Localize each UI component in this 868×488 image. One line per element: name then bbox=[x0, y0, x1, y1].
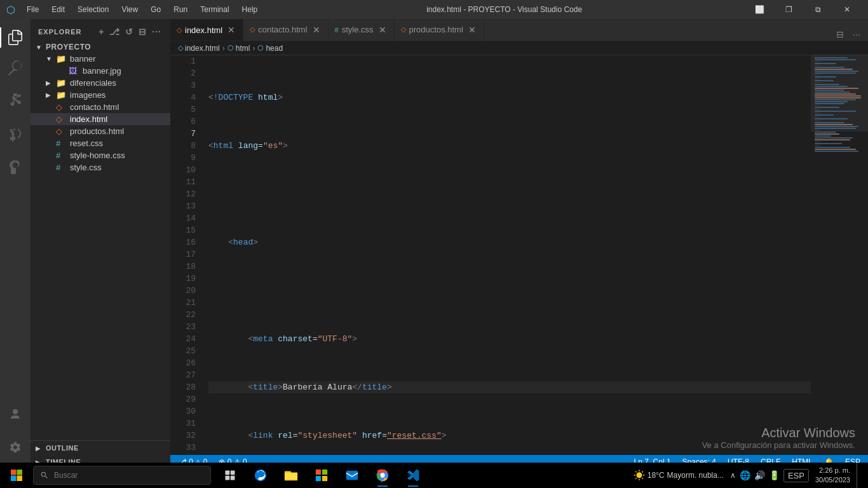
split-editor-icon[interactable]: ⊟ bbox=[834, 28, 846, 41]
breadcrumb-sep-2: › bbox=[252, 44, 255, 53]
css-style-home-icon: # bbox=[56, 151, 67, 160]
tree-file-style-css[interactable]: # style.css bbox=[31, 161, 170, 173]
tree-folder-imagenes[interactable]: ▶ 📁 imagenes bbox=[31, 89, 170, 101]
activity-bar-bottom bbox=[0, 399, 31, 463]
code-line-2: <html lang="es"> bbox=[208, 140, 811, 152]
editor-area: ◇ index.html ✕ ◇ contacto.html ✕ # style… bbox=[170, 19, 868, 469]
minimize-button[interactable]: ⬜ bbox=[745, 0, 774, 19]
tab-style-icon: # bbox=[335, 26, 339, 34]
volume-icon[interactable]: 🔊 bbox=[754, 470, 765, 480]
tree-folder-banner[interactable]: ▼ 📁 banner bbox=[31, 53, 170, 65]
menu-bar: File Edit Selection View Go Run Terminal… bbox=[20, 3, 264, 17]
run-debug-activity-icon[interactable] bbox=[0, 119, 31, 149]
new-file-icon[interactable]: + bbox=[97, 25, 105, 38]
network-icon[interactable]: 🌐 bbox=[740, 470, 750, 480]
breadcrumb-html-label: html bbox=[236, 44, 250, 53]
svg-rect-13 bbox=[346, 471, 358, 480]
tree-file-banner-jpg[interactable]: 🖼 banner.jpg bbox=[31, 65, 170, 77]
menu-terminal[interactable]: Terminal bbox=[194, 3, 235, 17]
new-folder-icon[interactable]: ⎇ bbox=[108, 25, 121, 38]
collapse-icon[interactable]: ⊟ bbox=[137, 25, 148, 38]
svg-rect-4 bbox=[226, 471, 230, 475]
menu-file[interactable]: File bbox=[20, 3, 45, 17]
more-actions-icon[interactable]: ··· bbox=[151, 25, 163, 38]
edge-app[interactable] bbox=[247, 463, 275, 488]
settings-activity-icon[interactable] bbox=[0, 432, 31, 463]
line-32-num: 32 bbox=[170, 430, 196, 442]
accounts-activity-icon[interactable] bbox=[0, 399, 31, 430]
line-15-num: 15 bbox=[170, 224, 196, 236]
tab-contacto-label: contacto.html bbox=[258, 25, 307, 34]
explorer-activity-icon[interactable] bbox=[0, 22, 31, 53]
tree-proyecto-root[interactable]: ▼ PROYECTO bbox=[31, 41, 170, 53]
menu-help[interactable]: Help bbox=[236, 3, 264, 17]
battery-icon[interactable]: 🔋 bbox=[769, 470, 780, 480]
svg-rect-1 bbox=[17, 470, 23, 475]
tabs-bar: ◇ index.html ✕ ◇ contacto.html ✕ # style… bbox=[170, 19, 868, 41]
tree-file-reset-css[interactable]: # reset.css bbox=[31, 137, 170, 149]
svg-rect-2 bbox=[11, 476, 17, 482]
task-view-button[interactable] bbox=[216, 463, 244, 488]
show-desktop-button[interactable] bbox=[857, 463, 860, 488]
taskbar-search[interactable] bbox=[33, 466, 211, 485]
vscode-logo-icon: ⬡ bbox=[6, 4, 15, 16]
file-explorer-app[interactable] bbox=[277, 463, 305, 488]
source-control-activity-icon[interactable] bbox=[0, 86, 31, 116]
menu-view[interactable]: View bbox=[115, 3, 144, 17]
tab-productos-close[interactable]: ✕ bbox=[467, 25, 477, 35]
tab-index[interactable]: ◇ index.html ✕ bbox=[170, 19, 243, 41]
line-30-num: 30 bbox=[170, 405, 196, 417]
breadcrumb-file[interactable]: ◇ index.html bbox=[178, 44, 220, 53]
notifications-icon[interactable]: ESP bbox=[783, 469, 809, 482]
taskbar: 18°C Mayorm. nubla... ∧ 🌐 🔊 🔋 ESP 2:26 p… bbox=[0, 463, 868, 488]
vscode-app[interactable] bbox=[399, 463, 427, 488]
breadcrumb-html[interactable]: ⬡ html bbox=[227, 44, 250, 53]
tree-file-productos[interactable]: ◇ productos.html bbox=[31, 125, 170, 137]
close-button[interactable]: ✕ bbox=[832, 0, 862, 19]
tree-folder-diferenciales[interactable]: ▶ 📁 diferenciales bbox=[31, 77, 170, 89]
taskbar-apps bbox=[216, 463, 427, 488]
line-29-num: 29 bbox=[170, 393, 196, 405]
menu-go[interactable]: Go bbox=[144, 3, 167, 17]
line-11-num: 11 bbox=[170, 176, 196, 188]
html-file-icon: ◇ bbox=[56, 102, 67, 112]
tab-contacto-close[interactable]: ✕ bbox=[311, 25, 322, 35]
line-5-num: 5 bbox=[170, 104, 196, 116]
line-27-num: 27 bbox=[170, 369, 196, 381]
breadcrumb-file-label: index.html bbox=[185, 44, 220, 53]
tab-style[interactable]: # style.css ✕ bbox=[329, 19, 395, 41]
maximize-button[interactable]: ❐ bbox=[774, 0, 803, 19]
refresh-icon[interactable]: ↺ bbox=[124, 25, 135, 38]
menu-selection[interactable]: Selection bbox=[71, 3, 115, 17]
arrow-icon: ▼ bbox=[36, 44, 46, 51]
restore-button[interactable]: ⧉ bbox=[803, 0, 832, 19]
tree-file-index[interactable]: ◇ index.html bbox=[31, 113, 170, 125]
tab-style-close[interactable]: ✕ bbox=[377, 25, 388, 35]
activity-bar bbox=[0, 19, 31, 469]
tab-contacto[interactable]: ◇ contacto.html ✕ bbox=[243, 19, 328, 41]
outline-section[interactable]: ▶ OUTLINE bbox=[31, 441, 170, 455]
code-content[interactable]: <!DOCTYPE html> <html lang="es"> <head> … bbox=[202, 55, 811, 469]
taskbar-clock[interactable]: 2:26 p. m. 30/05/2023 bbox=[813, 464, 853, 487]
tab-index-close[interactable]: ✕ bbox=[226, 25, 236, 35]
tree-file-contacto[interactable]: ◇ contacto.html bbox=[31, 101, 170, 113]
line-7-num: 7 bbox=[170, 128, 196, 140]
svg-rect-10 bbox=[322, 470, 327, 475]
code-editor[interactable]: 1 2 3 4 5 6 7 8 9 10 11 12 13 14 15 16 1… bbox=[170, 55, 868, 469]
more-tabs-icon[interactable]: ··· bbox=[850, 28, 863, 41]
breadcrumb-head[interactable]: ⬡ head bbox=[257, 44, 283, 53]
search-input[interactable] bbox=[54, 471, 194, 480]
start-button[interactable] bbox=[3, 463, 31, 488]
extensions-activity-icon[interactable] bbox=[0, 152, 31, 182]
outlook-app[interactable] bbox=[338, 463, 366, 488]
chrome-app[interactable] bbox=[369, 463, 397, 488]
code-line-7: <title>Barbería Alura</title> bbox=[208, 381, 811, 393]
menu-run[interactable]: Run bbox=[167, 3, 194, 17]
weather-widget[interactable]: 18°C Mayorm. nubla... bbox=[631, 470, 726, 481]
tree-file-style-home[interactable]: # style-home.css bbox=[31, 149, 170, 161]
chevron-up-tray-icon[interactable]: ∧ bbox=[730, 471, 736, 480]
menu-edit[interactable]: Edit bbox=[45, 3, 71, 17]
store-app[interactable] bbox=[308, 463, 336, 488]
search-activity-icon[interactable] bbox=[0, 53, 31, 83]
tab-productos[interactable]: ◇ productos.html ✕ bbox=[395, 19, 484, 41]
